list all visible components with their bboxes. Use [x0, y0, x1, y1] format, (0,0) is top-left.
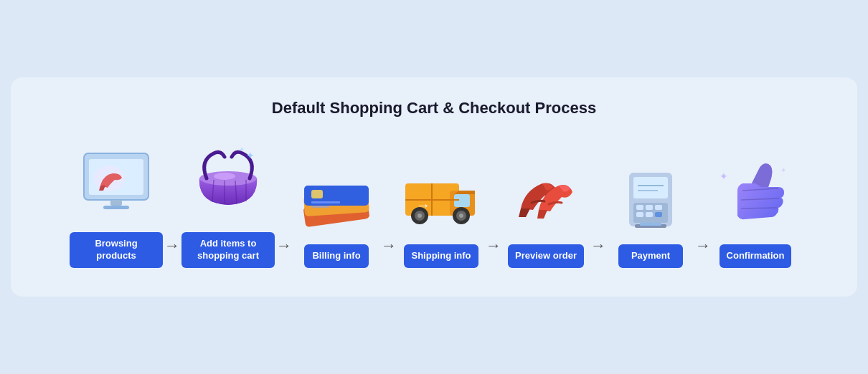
icon-basket: ✦ ✦: [185, 139, 271, 225]
step-browsing: Browsing products: [70, 139, 163, 268]
step-add-to-cart: ✦ ✦ Add items to shopping cart: [181, 139, 275, 268]
icon-monitor: [73, 139, 159, 225]
page-title: Default Shopping Cart & Checkout Process: [272, 99, 596, 118]
svg-rect-34: [636, 205, 643, 210]
arrow-2: →: [276, 162, 292, 268]
svg-rect-3: [110, 200, 122, 206]
svg-point-10: [214, 173, 235, 180]
icon-thumbsup: ✦ ✦: [712, 151, 798, 237]
label-billing: Billing info: [304, 244, 369, 268]
label-payment: Payment: [618, 244, 683, 268]
label-browsing: Browsing products: [70, 232, 163, 268]
label-preview: Preview order: [508, 244, 584, 268]
arrow-3: →: [381, 162, 397, 268]
svg-text:✦: ✦: [780, 166, 786, 174]
main-container: Default Shopping Cart & Checkout Process: [11, 77, 857, 297]
svg-rect-35: [646, 205, 653, 210]
icon-heels: [503, 151, 589, 237]
svg-rect-38: [646, 212, 653, 217]
arrow-4: →: [486, 162, 501, 268]
step-confirmation: ✦ ✦ Confirmation: [712, 151, 798, 268]
svg-rect-41: [640, 223, 661, 226]
process-flow: Browsing products →: [25, 139, 843, 268]
arrow-6: →: [695, 162, 711, 268]
svg-rect-17: [311, 201, 340, 203]
svg-rect-18: [311, 206, 329, 208]
svg-rect-36: [655, 205, 662, 210]
svg-rect-32: [633, 177, 668, 198]
arrow-5: →: [590, 162, 606, 268]
step-billing: Billing info: [293, 151, 379, 268]
svg-point-27: [418, 214, 422, 218]
svg-rect-37: [636, 212, 643, 217]
step-payment: Payment: [608, 151, 694, 268]
icon-cards: [293, 151, 379, 237]
svg-rect-4: [103, 206, 129, 209]
icon-pos: [608, 151, 694, 237]
svg-line-46: [741, 208, 777, 208]
svg-text:✦: ✦: [239, 145, 245, 153]
label-add-to-cart: Add items to shopping cart: [181, 232, 275, 268]
arrow-1: →: [164, 162, 180, 268]
svg-text:✦: ✦: [246, 150, 255, 161]
svg-text:✦: ✦: [720, 171, 728, 182]
svg-rect-16: [311, 190, 323, 198]
icon-truck: →: [398, 151, 484, 237]
svg-point-30: [459, 214, 463, 218]
step-preview: Preview order: [503, 151, 589, 268]
step-shipping: → Shipping info: [398, 151, 484, 268]
label-confirmation: Confirmation: [720, 244, 792, 268]
svg-rect-39: [655, 212, 662, 217]
label-shipping: Shipping info: [404, 244, 478, 268]
